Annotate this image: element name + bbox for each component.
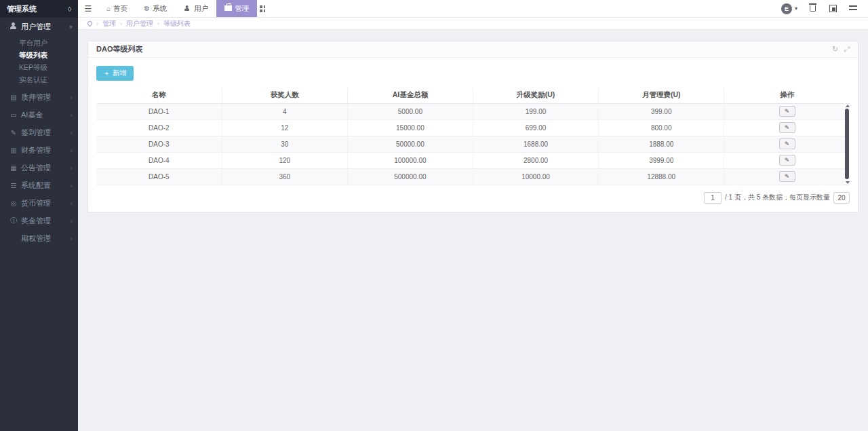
user-icon [8,22,19,31]
add-button[interactable]: ＋ 新增 [96,66,134,81]
topnav-home[interactable]: ⌂ 首页 [98,0,136,17]
sidebar-group-label: 用户管理 [21,22,69,32]
sidebar-group-currency[interactable]: ◎ 货币管理 ‹ [0,194,78,212]
sidebar-group-finance[interactable]: ▥ 财务管理 ‹ [0,141,78,159]
col-fund-total: AI基金总额 [347,88,473,103]
edit-icon: ✎ [785,124,790,131]
sidebar-group-checkin[interactable]: ✎ 签到管理 ‹ [0,124,78,141]
bonus-icon: ⓘ [8,216,19,225]
edit-button[interactable]: ✎ [779,122,795,133]
chevron-left-icon: ‹ [71,217,73,225]
sidebar-item-realname-auth[interactable]: 实名认证 [0,73,78,86]
finance-icon: ▥ [8,147,19,154]
scroll-up-arrow[interactable] [846,105,850,107]
sidebar-brand: 管理系统 ◊ [0,0,78,18]
list-icon [849,5,857,12]
chevron-left-icon: ‹ [71,182,73,189]
user-management-submenu: 平台用户 等级列表 KEP等级 实名认证 [0,35,78,88]
edit-icon: ✎ [785,173,790,180]
refresh-icon[interactable]: ↻ [832,45,838,54]
breadcrumb-level-list[interactable]: 等级列表 [163,19,191,29]
plus-icon: ＋ [103,69,110,78]
person-icon [183,5,191,13]
chevron-left-icon: ‹ [71,164,73,172]
page-number-input[interactable] [704,192,722,204]
content: DAO等级列表 ↻ ⤢ ＋ 新增 名称 获奖人数 [78,30,868,431]
table-header-row: 名称 获奖人数 AI基金总额 升级奖励(U) 月管理费(U) 操作 [96,88,850,103]
sidebar-item-level-list[interactable]: 等级列表 [0,49,78,61]
table-row: DAO-2 12 15000.00 699.00 800.00 ✎ [96,119,850,136]
avatar: E [781,3,792,14]
topnav-management[interactable]: 管理 [216,0,257,17]
table-row: DAO-4 120 100000.00 2800.00 3999.00 ✎ [96,152,850,168]
panel-body: ＋ 新增 名称 获奖人数 AI基金总额 升级奖励(U) 月管理费(U) [88,58,858,212]
topnav-system[interactable]: ⚙ 系统 [136,0,175,17]
log-list-button[interactable] [848,3,859,14]
table-wrapper: 名称 获奖人数 AI基金总额 升级奖励(U) 月管理费(U) 操作 DAO-1 [96,88,850,185]
sidebar-item-platform-users[interactable]: 平台用户 [0,37,78,49]
edit-button[interactable]: ✎ [779,171,795,182]
ai-fund-icon: ▭ [8,111,19,119]
vertical-scrollbar[interactable] [845,104,850,185]
trash-button[interactable] [807,3,818,14]
caret-down-icon: ▾ [795,5,797,12]
sidebar-group-options[interactable]: 期权管理 ‹ [0,229,78,247]
pagination: / 1 页，共 5 条数据，每页显示数量 [96,192,850,204]
dao-level-table: 名称 获奖人数 AI基金总额 升级奖励(U) 月管理费(U) 操作 DAO-1 [96,88,850,185]
edit-button[interactable]: ✎ [779,106,795,117]
main-area: ☰ ⌂ 首页 ⚙ 系统 用户 管理 E ▾ [78,0,868,431]
expand-icon[interactable]: ⤢ [844,45,850,54]
sidebar-group-ai-fund[interactable]: ▭ AI基金 ‹ [0,106,78,124]
sidebar-item-kep-level[interactable]: KEP等级 [0,61,78,73]
edit-icon: ✎ [785,108,790,115]
apps-grid-icon[interactable] [257,3,268,14]
chevron-left-icon: ‹ [71,94,73,101]
edit-icon: ✎ [785,140,790,147]
table-row: DAO-3 30 50000.00 1688.00 1888.00 ✎ [96,136,850,152]
chevron-down-icon: ▾ [69,23,73,31]
square-icon [829,5,837,12]
scrollbar-thumb[interactable] [845,109,849,179]
panel-header: DAO等级列表 ↻ ⤢ [88,41,858,58]
scroll-down-arrow[interactable] [846,181,850,184]
topnav-user[interactable]: 用户 [175,0,216,17]
col-actions: 操作 [724,88,850,103]
home-icon: ⌂ [106,5,111,12]
breadcrumb: › 管理 › 用户管理 › 等级列表 [78,18,868,30]
panel-title: DAO等级列表 [96,44,142,54]
edit-icon: ✎ [785,157,790,164]
chevron-left-icon: ‹ [71,200,73,207]
table-row: DAO-5 360 500000.00 10000.00 12888.00 ✎ [96,168,850,185]
chevron-left-icon: ‹ [71,235,73,242]
edit-button[interactable]: ✎ [779,138,795,149]
dao-level-panel: DAO等级列表 ↻ ⤢ ＋ 新增 名称 获奖人数 [87,41,859,212]
sidebar-toggle-icon[interactable]: ☰ [78,4,98,14]
sidebar-group-user-management[interactable]: 用户管理 ▾ [0,18,78,35]
app-title: 管理系统 [7,4,37,14]
sidebar-group-staking[interactable]: ▤ 质押管理 ‹ [0,88,78,106]
chevron-left-icon: ‹ [71,147,73,154]
table-row: DAO-1 4 5000.00 199.00 399.00 ✎ [96,103,850,119]
announcement-icon: ▦ [8,164,19,172]
sidebar: 管理系统 ◊ 用户管理 ▾ 平台用户 等级列表 KEP等级 实名认证 ▤ 质押管… [0,0,78,431]
trash-icon [810,5,816,12]
chevron-left-icon: ‹ [71,111,73,119]
gear-icon: ⚙ [144,5,150,12]
currency-icon: ◎ [8,200,19,207]
edit-button[interactable]: ✎ [779,155,795,166]
top-navbar: ☰ ⌂ 首页 ⚙ 系统 用户 管理 E ▾ [78,0,868,18]
checkin-icon: ✎ [8,129,19,136]
system-config-icon: ☲ [8,182,19,189]
sidebar-group-bonus[interactable]: ⓘ 奖金管理 ‹ [0,212,78,229]
page-size-input[interactable] [833,192,850,204]
theme-toggle-button[interactable] [827,3,838,14]
staking-icon: ▤ [8,94,19,101]
breadcrumb-management[interactable]: 管理 [102,19,116,29]
sidebar-group-system-config[interactable]: ☲ 系统配置 ‹ [0,176,78,194]
user-menu[interactable]: E ▾ [781,3,797,14]
droplet-icon: ◊ [68,5,71,13]
breadcrumb-user-management[interactable]: 用户管理 [126,19,153,29]
chevron-left-icon: ‹ [71,129,73,136]
sidebar-group-announcement[interactable]: ▦ 公告管理 ‹ [0,159,78,176]
briefcase-icon [224,5,232,12]
